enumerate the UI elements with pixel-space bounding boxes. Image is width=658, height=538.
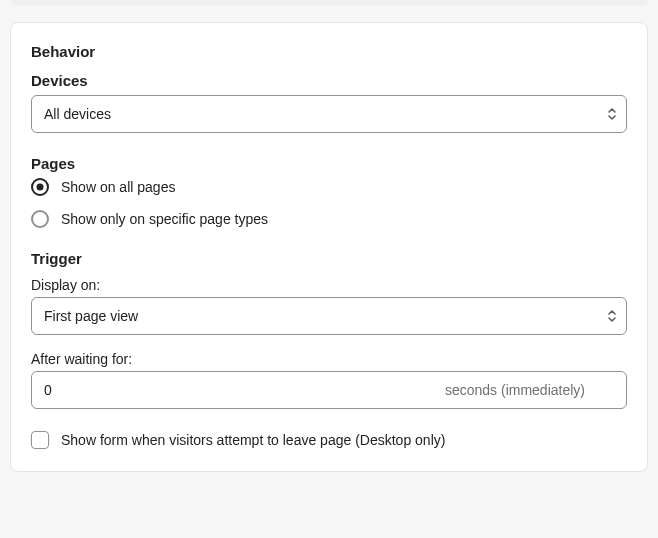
radio-icon (31, 178, 49, 196)
after-waiting-wrap: seconds (immediately) (31, 371, 627, 409)
after-waiting-input[interactable] (31, 371, 627, 409)
behavior-title: Behavior (31, 43, 627, 60)
pages-radio-all[interactable]: Show on all pages (31, 178, 627, 196)
checkbox-icon (31, 431, 49, 449)
after-waiting-label: After waiting for: (31, 351, 627, 367)
trigger-section: Trigger Display on: First page view Afte… (31, 250, 627, 449)
trigger-label: Trigger (31, 250, 627, 267)
previous-card-edge (10, 0, 648, 6)
pages-radio-group: Show on all pages Show only on specific … (31, 178, 627, 228)
display-on-select-wrap: First page view (31, 297, 627, 335)
devices-label: Devices (31, 72, 627, 89)
exit-intent-label: Show form when visitors attempt to leave… (61, 432, 445, 448)
pages-radio-specific-label: Show only on specific page types (61, 211, 268, 227)
devices-select-wrap: All devices (31, 95, 627, 133)
pages-radio-specific[interactable]: Show only on specific page types (31, 210, 627, 228)
radio-icon (31, 210, 49, 228)
behavior-card: Behavior Devices All devices Pages Show … (10, 22, 648, 472)
devices-select[interactable]: All devices (31, 95, 627, 133)
exit-intent-checkbox-row[interactable]: Show form when visitors attempt to leave… (31, 431, 627, 449)
pages-label: Pages (31, 155, 627, 172)
display-on-label: Display on: (31, 277, 627, 293)
pages-radio-all-label: Show on all pages (61, 179, 175, 195)
display-on-select[interactable]: First page view (31, 297, 627, 335)
